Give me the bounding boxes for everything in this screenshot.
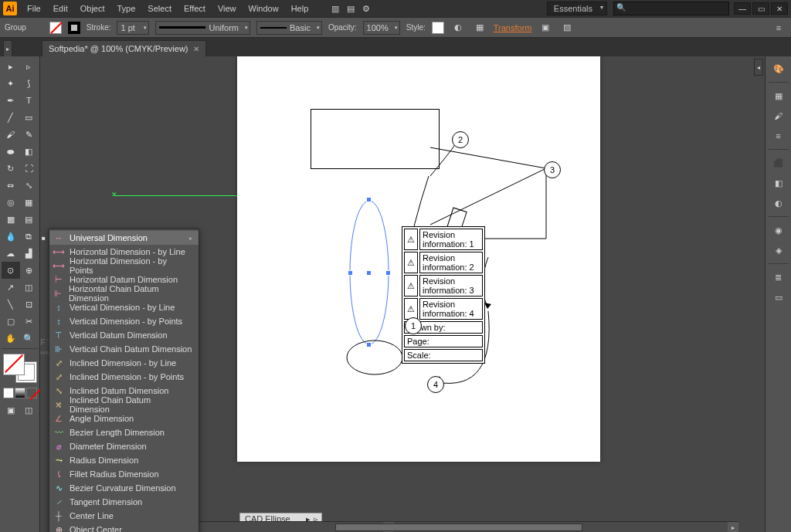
flyout-item-14[interactable]: 〰Bezier Length Dimension [49,425,199,439]
gradient-tool[interactable]: ▤ [20,211,39,228]
line-tool[interactable]: ╱ [2,109,20,126]
close-tab-icon[interactable]: ✕ [193,45,199,53]
free-transform-tool[interactable]: ⤡ [20,177,39,194]
flyout-item-15[interactable]: ⌀Diameter Dimension [49,439,199,453]
flyout-item-6[interactable]: ↕Vertical Dimension - by Points [49,314,199,328]
isolate-icon[interactable]: ▣ [538,20,553,36]
flyout-item-0[interactable]: ↔Universal Dimension▸ [49,231,199,245]
label-2[interactable]: 2 [452,131,469,148]
stroke-panel-icon[interactable]: ⬛ [769,154,789,172]
scale-tool[interactable]: ⛶ [20,160,39,177]
flyout-item-8[interactable]: ⊪Vertical Chain Datum Dimension [49,342,199,356]
recolor-icon[interactable]: ◐ [450,20,466,36]
rectangle-shape[interactable] [311,109,440,169]
menu-file[interactable]: File [22,2,46,15]
maximize-button[interactable]: ▭ [752,2,769,15]
blob-tool[interactable]: ⬬ [2,143,20,160]
gpu-icon[interactable]: ⚙ [358,1,374,16]
graphic-styles-icon[interactable]: ◈ [769,241,789,259]
shape-builder-tool[interactable]: ◎ [2,194,20,211]
menu-effect[interactable]: Effect [178,2,211,15]
transparency-panel-icon[interactable]: ◐ [769,194,789,212]
color-mode-solid[interactable] [3,388,14,398]
menu-view[interactable]: View [212,2,242,15]
direct-selection-tool[interactable]: ▹ [20,58,39,75]
handle-right[interactable] [386,271,390,275]
expand-toolbox[interactable]: ▸ [3,40,12,57]
width-tool[interactable]: ⇔ [2,177,20,194]
flyout-item-9[interactable]: ⤢Inclined Dimension - by Line [49,356,199,370]
label-1[interactable]: 1 [405,317,422,334]
handle-left[interactable] [348,271,352,275]
flyout-item-13[interactable]: ∠Angle Dimension [49,412,199,425]
slice-tool[interactable]: ✂ [20,313,39,330]
blend-tool[interactable]: ⧉ [20,228,39,245]
hand-tool[interactable]: ✋ [2,330,20,347]
cad-move-tool[interactable]: ⊕ [20,262,39,279]
stroke-swatch[interactable] [68,22,80,34]
artboards-panel-icon[interactable]: ▭ [769,288,789,307]
arrange-icon[interactable]: ▤ [343,1,358,16]
menu-help[interactable]: Help [286,2,314,15]
color-mode-none[interactable] [26,388,37,398]
symbol-tool[interactable]: ☁ [2,245,20,262]
artboard-tool[interactable]: ▢ [2,313,20,330]
swatch-panel-icon[interactable]: ▦ [769,86,789,105]
flyout-item-21[interactable]: ⊕Object Center [49,523,199,532]
magic-wand-tool[interactable]: ✦ [2,75,20,92]
flyout-item-5[interactable]: ↕Vertical Dimension - by Line [49,300,199,314]
transform-link[interactable]: Transform [494,23,532,32]
appearance-panel-icon[interactable]: ◉ [769,221,789,239]
symbol-panel-icon[interactable]: ≡ [769,127,789,145]
cad-dimension-tool[interactable]: ⊙ [2,262,20,279]
scroll-thumb[interactable] [335,524,582,531]
search-input[interactable] [613,2,729,15]
small-ellipse[interactable] [345,339,404,376]
flyout-item-18[interactable]: ∿Bezier Curvature Dimension [49,481,199,495]
fill-color[interactable] [3,354,25,375]
bridge-icon[interactable]: ▥ [328,1,343,16]
menu-window[interactable]: Window [243,2,284,15]
expand-panels[interactable]: ◂ [754,59,763,76]
artboard[interactable]: ⚠Revision information: 1 ⚠Revision infor… [237,56,600,462]
cad-tool-c[interactable]: ╲ [2,296,20,313]
menu-type[interactable]: Type [112,2,141,15]
style-swatch[interactable] [432,22,444,34]
handle-top[interactable] [367,198,371,202]
label-3[interactable]: 3 [544,161,561,178]
rectangle-tool[interactable]: ▭ [20,109,39,126]
cad-tool-b[interactable]: ◫ [20,279,39,296]
draw-mode-tool[interactable]: ◫ [20,402,39,418]
handle-center[interactable] [367,271,371,275]
info-table[interactable]: ⚠Revision information: 1 ⚠Revision infor… [402,226,485,364]
flyout-item-17[interactable]: ⤹Fillet Radius Dimension [49,467,199,481]
flyout-item-19[interactable]: ⟋Tangent Dimension [49,495,199,509]
flyout-item-12[interactable]: ⤨Inclined Chain Datum Dimension [49,398,199,412]
lasso-tool[interactable]: ⟆ [20,75,39,92]
flyout-item-20[interactable]: ┼Center Line [49,509,199,523]
cad-tool-a[interactable]: ↗ [2,279,20,296]
mesh-tool[interactable]: ▩ [2,211,20,228]
type-tool[interactable]: T [20,92,39,109]
flyout-item-7[interactable]: ⊤Vertical Datum Dimension [49,328,199,342]
brush-panel-icon[interactable]: 🖌 [769,107,789,125]
eraser-tool[interactable]: ◧ [20,143,39,160]
color-mode-gradient[interactable] [15,388,25,398]
pencil-tool[interactable]: ✎ [20,126,39,143]
selection-tool[interactable]: ▸ [2,58,20,75]
workspace-selector[interactable]: Essentials [547,2,607,15]
rotate-tool[interactable]: ↻ [2,160,20,177]
edit-icon[interactable]: ▨ [559,20,575,36]
align-icon[interactable]: ▦ [472,20,487,36]
color-panel-icon[interactable]: 🎨 [769,59,789,78]
cad-tool-d[interactable]: ⊡ [20,296,39,313]
flyout-item-2[interactable]: ⟷Horizontal Dimension - by Points [49,259,199,273]
zoom-tool[interactable]: 🔍 [20,330,39,347]
eyedropper-tool[interactable]: 💧 [2,228,20,245]
stroke-profile[interactable]: Uniform [155,21,250,35]
fill-swatch[interactable] [49,22,62,34]
label-4[interactable]: 4 [427,376,444,393]
close-button[interactable]: ✕ [771,2,788,15]
flyout-item-4[interactable]: ⊩Horizontal Chain Datum Dimension [49,286,199,300]
flyout-item-10[interactable]: ⤢Inclined Dimension - by Points [49,370,199,384]
